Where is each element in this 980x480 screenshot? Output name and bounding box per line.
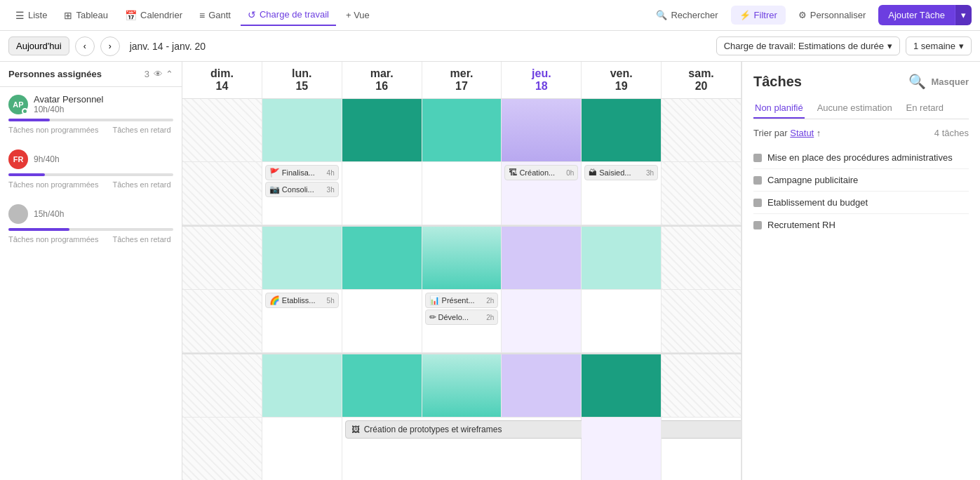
col-abbr-sam: sam. xyxy=(666,67,737,80)
rainbow-icon: 🌈 xyxy=(269,295,280,305)
task-bullet-2 xyxy=(753,199,762,207)
eye-icon[interactable]: 👁 xyxy=(154,69,163,79)
nav-liste[interactable]: ☰ Liste xyxy=(8,6,54,25)
task-saisie-hours: 3h xyxy=(646,169,654,177)
collapse-icon[interactable]: ⌃ xyxy=(166,69,173,79)
task-chip-present[interactable]: 📊 Présent... 2h xyxy=(425,293,499,308)
cal-cell-p2-dim xyxy=(182,227,262,290)
chevron-down-icon: ▾ xyxy=(887,41,892,51)
task-present-hours: 2h xyxy=(486,297,494,305)
col-header-sam: sam. 20 xyxy=(662,62,741,98)
list-item-2: Etablissement du budget xyxy=(753,192,969,214)
cal-cell-p3-tasks-ven xyxy=(662,418,741,480)
task-list-label-0: Mise en place des procédures administrat… xyxy=(767,152,953,163)
cal-cell-p1-dim xyxy=(182,99,262,162)
header-icons: 👁 ⌃ xyxy=(154,69,173,79)
progress-bg-fr xyxy=(8,173,173,176)
nav-vue[interactable]: + Vue xyxy=(339,6,377,25)
search-icon-right[interactable]: 🔍 xyxy=(908,73,926,90)
gantt-icon: ≡ xyxy=(199,10,205,21)
task-chip-develo[interactable]: ✏ Dévelo... 2h xyxy=(425,309,499,325)
person-footer-fr: Tâches non programmées Tâches en retard xyxy=(8,178,173,194)
progress-bg-p3 xyxy=(8,228,173,231)
cal-cell-p1-tasks-mar xyxy=(342,162,422,225)
task-consoli-hours: 3h xyxy=(327,186,335,194)
person-details-ap: Avatar Personnel 10h/40h xyxy=(34,94,104,114)
cal-section-p3-tasks: 🖼 Création de prototypes et wireframes 1… xyxy=(182,418,741,480)
nav-vue-label: + Vue xyxy=(346,10,370,20)
task-etabliss-hours: 5h xyxy=(327,297,335,305)
today-button[interactable]: Aujourd'hui xyxy=(8,36,69,55)
person-footer-p3: Tâches non programmées Tâches en retard xyxy=(8,232,173,249)
next-button[interactable]: › xyxy=(100,36,120,56)
task-chip-consoli[interactable]: 📷 Consoli... 3h xyxy=(265,182,339,197)
cal-section-p1-tasks: 🚩 Finalisa... 4h 📷 Consoli... 3h 🏗 xyxy=(182,162,741,225)
add-task-button[interactable]: Ajouter Tâche xyxy=(878,5,955,25)
nav-gantt[interactable]: ≡ Gantt xyxy=(192,6,238,25)
search-button[interactable]: 🔍 Rechercher xyxy=(649,6,725,25)
sort-field[interactable]: Statut xyxy=(790,128,814,138)
cal-cell-p2-sam xyxy=(662,227,741,290)
task-finalisa-label: Finalisa... xyxy=(282,168,325,177)
person-hours-ap: 10h/40h xyxy=(34,105,104,114)
nav-charge[interactable]: ↺ Charge de travail xyxy=(241,5,336,26)
tab-en-retard[interactable]: En retard xyxy=(905,98,945,119)
person-details-p3: 15h/40h xyxy=(34,209,64,219)
masquer-button[interactable]: Masquer xyxy=(932,76,969,87)
col-num-mer: 17 xyxy=(427,80,497,93)
nav-tableau[interactable]: ⊞ Tableau xyxy=(57,6,115,25)
add-task-dropdown-arrow[interactable]: ▾ xyxy=(955,5,972,25)
week-dropdown[interactable]: 1 semaine ▾ xyxy=(906,36,972,55)
calendar-area: dim. 14 lun. 15 mar. 16 mer. 17 jeu. 1 xyxy=(182,62,741,480)
task-bullet-3 xyxy=(753,221,762,229)
person-footer-ap: Tâches non programmées Tâches en retard xyxy=(8,123,173,140)
task-bullet-0 xyxy=(753,154,762,162)
nav-gantt-label: Gantt xyxy=(208,10,231,20)
sort-count: 4 tâches xyxy=(934,128,969,138)
nav-right-actions: 🔍 Rechercher ⚡ Filtrer ⚙ Personnaliser A… xyxy=(649,5,972,25)
task-chip-etabliss[interactable]: 🌈 Etabliss... 5h xyxy=(265,293,339,308)
cal-cell-p3-tasks-mar: 🖼 Création de prototypes et wireframes 1… xyxy=(342,418,582,480)
task-chip-finalisa[interactable]: 🚩 Finalisa... 4h xyxy=(265,165,339,180)
col-num-lun: 15 xyxy=(267,80,337,93)
cal-cell-p2-jeu xyxy=(502,227,582,290)
cal-cell-p3-ven xyxy=(582,354,662,418)
tasks-title: Tâches xyxy=(753,74,802,90)
personalize-button[interactable]: ⚙ Personnaliser xyxy=(791,6,873,25)
cal-section-p2-top xyxy=(182,225,741,290)
tableau-icon: ⊞ xyxy=(64,10,72,21)
assigned-persons-count: 3 xyxy=(145,69,149,79)
person-info-fr: FR 9h/40h xyxy=(8,149,173,169)
left-header: Personnes assignées 3 👁 ⌃ xyxy=(0,62,182,87)
task-chip-creation[interactable]: 🏗 Création... 0h xyxy=(504,165,578,180)
list-item-0: Mise en place des procédures administrat… xyxy=(753,147,969,169)
cal-cell-p3-tasks-jeu xyxy=(582,418,662,480)
personalize-label: Personnaliser xyxy=(810,10,866,20)
sort-prefix: Trier par Statut ↑ xyxy=(753,128,821,138)
prev-button[interactable]: ‹ xyxy=(75,36,95,56)
cal-cell-p2-tasks-jeu xyxy=(502,290,582,353)
add-task-group: Ajouter Tâche ▾ xyxy=(878,5,972,25)
tab-aucune-estimation[interactable]: Aucune estimation xyxy=(816,98,894,119)
task-chip-saisie[interactable]: 🏔 Saisied... 3h xyxy=(584,165,658,180)
col-num-sam: 20 xyxy=(666,80,737,93)
col-abbr-jeu: jeu. xyxy=(506,67,577,80)
tab-non-planifie[interactable]: Non planifié xyxy=(753,98,805,119)
person-details-fr: 9h/40h xyxy=(34,154,60,164)
cal-cell-p3-mer xyxy=(422,354,502,418)
cal-cell-p1-tasks-mer xyxy=(422,162,502,225)
col-header-jeu: jeu. 18 xyxy=(502,62,582,98)
task-saisie-label: Saisied... xyxy=(599,168,644,177)
cal-cell-p3-lun xyxy=(262,354,342,418)
col-abbr-dim: dim. xyxy=(187,67,257,80)
task-present-label: Présent... xyxy=(442,296,485,305)
workload-dropdown[interactable]: Charge de travail: Estimations de durée … xyxy=(716,36,900,55)
col-abbr-mar: mar. xyxy=(347,67,417,80)
nav-calendrier[interactable]: 📅 Calendrier xyxy=(118,6,189,25)
col-header-lun: lun. 15 xyxy=(262,62,342,98)
filter-button[interactable]: ⚡ Filtrer xyxy=(731,6,786,25)
progress-fill-p3 xyxy=(8,228,69,231)
cal-cell-p3-mar xyxy=(342,354,422,418)
footer-late-fr: Tâches en retard xyxy=(112,180,170,189)
mountain-icon: 🏔 xyxy=(589,168,597,178)
